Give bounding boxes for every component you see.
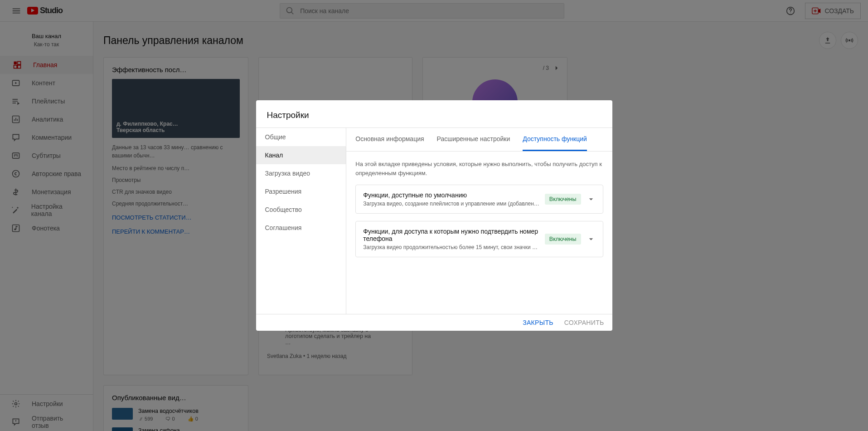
- dialog-side-agreements[interactable]: Соглашения: [256, 219, 346, 237]
- status-badge: Включены: [545, 234, 581, 245]
- dialog-side-upload[interactable]: Загрузка видео: [256, 164, 346, 182]
- dialog-title: Настройки: [256, 100, 612, 127]
- tab-basic-info[interactable]: Основная информация: [355, 128, 424, 151]
- chevron-down-icon[interactable]: [587, 195, 596, 204]
- chevron-down-icon[interactable]: [587, 235, 596, 244]
- dialog-description: На этой вкладке приведены условия, котор…: [355, 160, 603, 177]
- dialog-footer: ЗАКРЫТЬ СОХРАНИТЬ: [256, 314, 612, 331]
- feature-title: Функции, для доступа к которым нужно под…: [363, 228, 539, 242]
- feature-text: Функции, для доступа к которым нужно под…: [363, 228, 539, 250]
- dialog-body: Общие Канал Загрузка видео Разрешения Со…: [256, 127, 612, 314]
- tab-feature-eligibility[interactable]: Доступность функций: [523, 128, 587, 151]
- dialog-side-permissions[interactable]: Разрешения: [256, 182, 346, 201]
- feature-text: Функции, доступные по умолчанию Загрузка…: [363, 191, 539, 207]
- feature-card-default[interactable]: Функции, доступные по умолчанию Загрузка…: [355, 185, 603, 214]
- modal-overlay[interactable]: Настройки Общие Канал Загрузка видео Раз…: [0, 0, 868, 431]
- dialog-content: На этой вкладке приведены условия, котор…: [346, 152, 612, 273]
- settings-dialog: Настройки Общие Канал Загрузка видео Раз…: [256, 100, 612, 331]
- dialog-sidebar: Общие Канал Загрузка видео Разрешения Со…: [256, 128, 347, 314]
- close-button[interactable]: ЗАКРЫТЬ: [523, 319, 553, 326]
- dialog-side-channel[interactable]: Канал: [256, 146, 346, 164]
- tab-advanced[interactable]: Расширенные настройки: [437, 128, 510, 151]
- save-button[interactable]: СОХРАНИТЬ: [564, 319, 604, 326]
- dialog-main: Основная информация Расширенные настройк…: [346, 128, 612, 314]
- feature-card-phone[interactable]: Функции, для доступа к которым нужно под…: [355, 221, 603, 257]
- dialog-side-community[interactable]: Сообщество: [256, 201, 346, 219]
- feature-subtitle: Загрузка видео, создание плейлистов и уп…: [363, 201, 539, 207]
- dialog-tabs: Основная информация Расширенные настройк…: [346, 128, 612, 152]
- feature-title: Функции, доступные по умолчанию: [363, 191, 539, 199]
- feature-subtitle: Загрузка видео продолжительностью более …: [363, 244, 539, 250]
- dialog-side-general[interactable]: Общие: [256, 128, 346, 146]
- status-badge: Включены: [545, 194, 581, 205]
